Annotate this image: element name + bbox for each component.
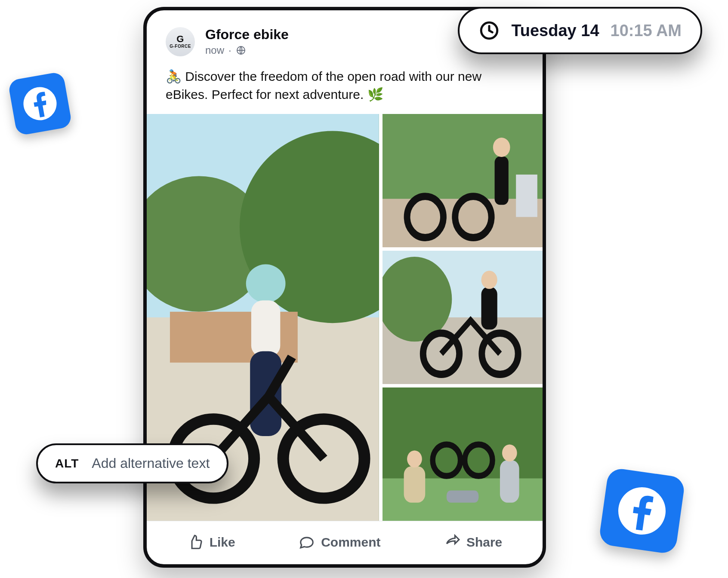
comment-button[interactable]: Comment [299,534,380,550]
svg-rect-16 [494,157,508,205]
svg-rect-8 [251,301,280,357]
like-icon [187,534,204,550]
schedule-date: Tuesday 14 [511,22,599,40]
like-button[interactable]: Like [187,534,235,550]
post-image-3[interactable] [383,251,543,384]
post-image-4[interactable] [383,387,543,521]
clock-icon [478,20,500,41]
svg-point-17 [493,138,510,157]
facebook-post-card: G G-FORCE Gforce ebike now · 🚴 Discover … [143,7,546,568]
alt-text-pill[interactable]: ALT Add alternative text [36,443,228,483]
post-image-2[interactable] [383,114,543,247]
avatar[interactable]: G G-FORCE [166,27,195,56]
facebook-icon [598,467,685,554]
schedule-pill[interactable]: Tuesday 14 10:15 AM [458,7,702,54]
comment-icon [299,534,315,550]
svg-rect-24 [481,287,497,330]
post-content: 🚴 Discover the freedom of the open road … [147,64,543,114]
facebook-icon [8,71,73,136]
alt-badge: ALT [55,457,79,470]
comment-label: Comment [321,535,380,550]
avatar-letter: G [176,34,184,44]
svg-rect-34 [447,491,478,503]
share-icon [444,534,460,550]
svg-point-25 [481,271,497,289]
alt-label: Add alternative text [92,455,210,471]
like-label: Like [210,535,235,550]
post-actions: Like Comment Share [147,521,543,564]
svg-rect-30 [404,466,425,503]
share-button[interactable]: Share [444,534,502,550]
meta-separator: · [228,44,231,56]
svg-point-31 [407,451,422,467]
post-timestamp[interactable]: now [205,44,224,56]
post-header-text: Gforce ebike now · [205,27,289,56]
svg-point-7 [246,264,286,302]
post-meta: now · [205,44,289,56]
globe-icon[interactable] [236,45,246,55]
post-author[interactable]: Gforce ebike [205,27,289,43]
svg-point-33 [502,444,517,461]
svg-rect-18 [516,175,537,217]
svg-rect-32 [500,460,519,503]
share-label: Share [466,535,502,550]
avatar-brand: G-FORCE [170,44,191,49]
schedule-time: 10:15 AM [611,22,682,40]
